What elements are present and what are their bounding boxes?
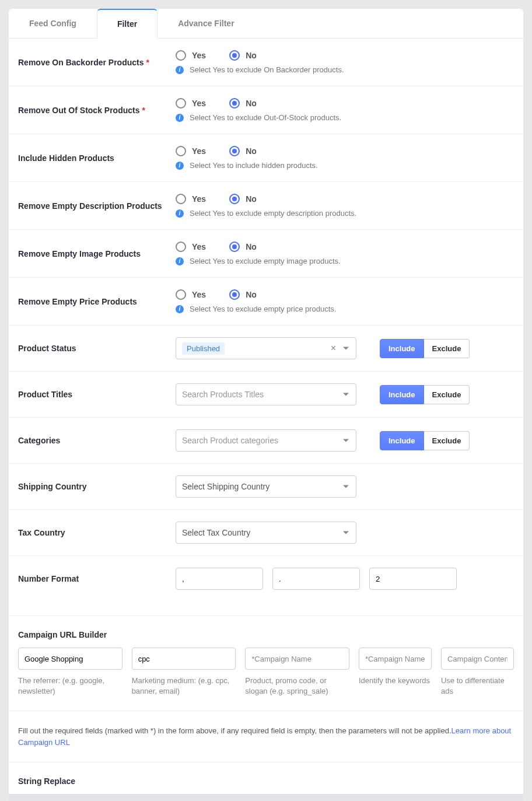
tab-filter[interactable]: Filter — [97, 9, 158, 39]
hint-content: Use to differentiate ads — [441, 676, 514, 697]
toggle-include[interactable]: Include — [380, 385, 424, 404]
input-source[interactable] — [18, 648, 123, 670]
hint-name: Product, promo code, or slogan (e.g. spr… — [245, 676, 349, 697]
help-empty-price: Select Yes to exclude empty price produc… — [190, 305, 336, 313]
info-icon: i — [176, 209, 184, 218]
info-icon: i — [176, 162, 184, 170]
radio-icon — [176, 98, 186, 109]
radio-hidden-yes[interactable]: Yes — [176, 146, 206, 156]
radio-icon — [176, 50, 186, 61]
info-icon: i — [176, 305, 184, 313]
label-titles: Product Titles — [18, 390, 176, 399]
campaign-note: Fill out the required fields (marked wit… — [9, 711, 523, 748]
radio-icon — [176, 242, 186, 252]
table-header: SUBJECT SEARCH REPLACE ACTION — [9, 794, 523, 801]
label-hidden: Include Hidden Products — [18, 153, 176, 163]
toggle-include[interactable]: Include — [380, 339, 424, 358]
input-term[interactable] — [359, 648, 432, 670]
row-remove-empty-img: Remove Empty Image Products Yes No iSele… — [9, 230, 523, 278]
row-remove-oos: Remove Out Of Stock Products * Yes No iS… — [9, 86, 523, 134]
chevron-down-icon — [343, 393, 349, 396]
hint-source: The referrer: (e.g. google, newsletter) — [18, 676, 123, 697]
label-empty-desc: Remove Empty Description Products — [18, 201, 176, 211]
input-decimals[interactable] — [369, 568, 457, 590]
label-categories: Categories — [18, 436, 176, 445]
select-titles[interactable]: Search Products Titles — [176, 383, 356, 405]
radio-hidden-no[interactable]: No — [229, 146, 257, 156]
select-shipping[interactable]: Select Shipping Country — [176, 475, 356, 498]
help-empty-desc: Select Yes to exclude empty description … — [190, 209, 356, 218]
radio-empty-desc-no[interactable]: No — [229, 194, 257, 204]
label-empty-img: Remove Empty Image Products — [18, 249, 176, 258]
radio-empty-price-yes[interactable]: Yes — [176, 289, 206, 300]
row-shipping-country: Shipping Country Select Shipping Country — [9, 464, 523, 510]
chevron-down-icon — [343, 531, 349, 534]
hint-term: Identify the keywords — [359, 676, 432, 686]
row-categories: Categories Search Product categories Inc… — [9, 418, 523, 464]
radio-icon — [176, 146, 186, 156]
radio-icon — [176, 289, 186, 300]
toggle-include[interactable]: Include — [380, 431, 424, 450]
select-tax[interactable]: Select Tax Country — [176, 522, 356, 544]
row-tax-country: Tax Country Select Tax Country — [9, 510, 523, 556]
radio-icon — [229, 242, 240, 252]
radio-icon — [229, 98, 240, 109]
radio-icon — [229, 146, 240, 156]
label-backorder: Remove On Backorder Products — [18, 58, 144, 67]
label-empty-price: Remove Empty Price Products — [18, 297, 176, 306]
hint-medium: Marketing medium: (e.g. cpc, banner, ema… — [132, 676, 236, 697]
info-icon: i — [176, 114, 184, 122]
placeholder-text: Select Shipping Country — [182, 482, 270, 491]
tabs: Feed Config Filter Advance Filter — [9, 9, 523, 39]
tab-advance-filter[interactable]: Advance Filter — [158, 9, 254, 38]
input-thousand-sep[interactable] — [176, 568, 263, 590]
label-ship: Shipping Country — [18, 482, 176, 491]
help-empty-img: Select Yes to exclude empty image produc… — [190, 257, 341, 265]
radio-empty-price-no[interactable]: No — [229, 289, 257, 300]
toggle-exclude[interactable]: Exclude — [424, 431, 470, 450]
row-number-format: Number Format — [9, 556, 523, 601]
row-remove-backorder: Remove On Backorder Products * Yes No iS… — [9, 39, 523, 86]
radio-icon — [176, 194, 186, 204]
clear-icon[interactable]: × — [331, 343, 336, 354]
input-content[interactable] — [441, 648, 514, 670]
chevron-down-icon — [343, 439, 349, 442]
radio-backorder-no[interactable]: No — [229, 50, 257, 61]
select-categories[interactable]: Search Product categories — [176, 429, 356, 452]
chevron-down-icon — [343, 485, 349, 488]
radio-oos-yes[interactable]: Yes — [176, 98, 206, 109]
label-oos: Remove Out Of Stock Products — [18, 106, 139, 115]
input-medium[interactable] — [132, 648, 236, 670]
chevron-down-icon — [343, 347, 349, 350]
row-product-status: Product Status Published × Include Exclu… — [9, 326, 523, 372]
campaign-title: Campaign URL Builder — [18, 630, 514, 639]
row-remove-empty-price: Remove Empty Price Products Yes No iSele… — [9, 278, 523, 326]
select-status[interactable]: Published × — [176, 337, 356, 359]
required-asterisk: * — [142, 106, 145, 115]
toggle-categories: Include Exclude — [380, 431, 470, 450]
radio-icon — [229, 50, 240, 61]
toggle-exclude[interactable]: Exclude — [424, 385, 470, 404]
radio-backorder-yes[interactable]: Yes — [176, 50, 206, 61]
string-replace-title: String Replace — [18, 776, 514, 786]
help-backorder: Select Yes to exclude On Backorder produ… — [190, 65, 344, 74]
radio-empty-img-no[interactable]: No — [229, 242, 257, 252]
row-product-titles: Product Titles Search Products Titles In… — [9, 372, 523, 418]
radio-empty-img-yes[interactable]: Yes — [176, 242, 206, 252]
radio-empty-desc-yes[interactable]: Yes — [176, 194, 206, 204]
placeholder-text: Select Tax Country — [182, 528, 250, 537]
help-hidden: Select Yes to include hidden products. — [190, 161, 318, 170]
section-string-replace: String Replace SUBJECT SEARCH REPLACE AC… — [9, 762, 523, 801]
row-include-hidden: Include Hidden Products Yes No iSelect Y… — [9, 134, 523, 182]
input-campaign-name[interactable] — [245, 648, 349, 670]
radio-icon — [229, 289, 240, 300]
toggle-exclude[interactable]: Exclude — [424, 339, 470, 358]
tab-feed-config[interactable]: Feed Config — [9, 9, 97, 38]
required-asterisk: * — [146, 58, 149, 67]
help-oos: Select Yes to exclude Out-Of-Stock produ… — [190, 113, 341, 122]
input-decimal-sep[interactable] — [272, 568, 360, 590]
toggle-titles: Include Exclude — [380, 385, 470, 404]
radio-icon — [229, 194, 240, 204]
tag-published: Published — [182, 342, 225, 355]
radio-oos-no[interactable]: No — [229, 98, 257, 109]
